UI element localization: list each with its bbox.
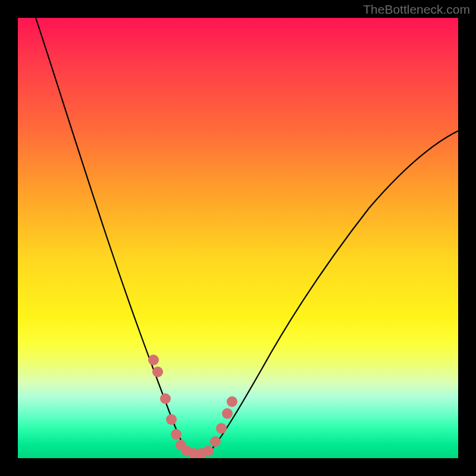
data-point — [171, 429, 181, 440]
data-point — [166, 414, 177, 425]
data-point — [152, 367, 163, 377]
left-curve — [36, 18, 187, 452]
chart-svg — [18, 18, 458, 458]
chart-container: TheBottleneck.com — [0, 0, 476, 476]
data-point — [222, 408, 233, 419]
right-curve — [208, 131, 458, 453]
data-point — [227, 396, 237, 407]
data-point — [216, 423, 227, 434]
data-point — [210, 436, 221, 447]
plot-area — [18, 18, 458, 458]
marker-group — [148, 355, 237, 458]
data-point — [203, 446, 214, 456]
data-point — [148, 355, 159, 365]
data-point — [160, 393, 171, 404]
watermark-text: TheBottleneck.com — [363, 2, 470, 17]
